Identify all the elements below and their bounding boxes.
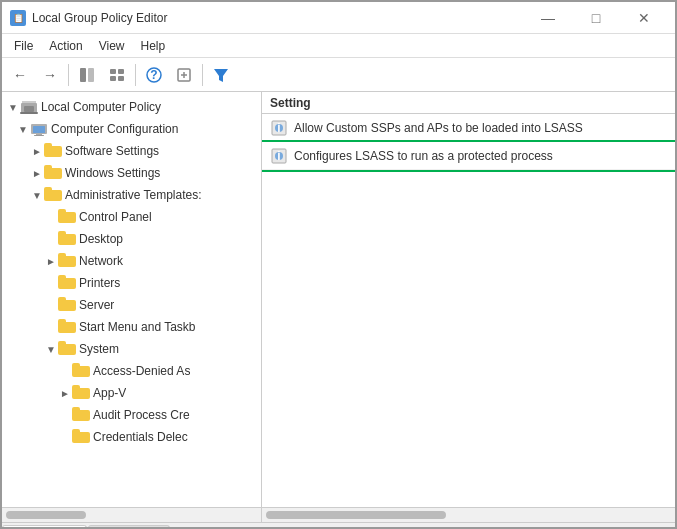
desktop-arrow [44, 234, 58, 245]
root-icon [20, 99, 38, 115]
toolbar: ← → ? [2, 58, 675, 92]
system-label: System [79, 342, 119, 356]
toolbar-separator-3 [202, 64, 203, 86]
svg-rect-1 [88, 68, 94, 82]
printers-label: Printers [79, 276, 120, 290]
tree-item-network[interactable]: ► Network [2, 250, 261, 272]
audit-process-label: Audit Process Cre [93, 408, 190, 422]
policy-list: i Allow Custom SSPs and APs to be loaded… [262, 114, 675, 507]
root-arrow: ▼ [6, 102, 20, 113]
menu-view[interactable]: View [91, 37, 133, 55]
tree-item-app-v[interactable]: ► App-V [2, 382, 261, 404]
help-button[interactable]: ? [140, 61, 168, 89]
network-label: Network [79, 254, 123, 268]
policy-icon-2: i [270, 147, 288, 165]
right-horizontal-scrollbar[interactable] [262, 508, 675, 522]
control-panel-arrow [44, 212, 58, 223]
audit-process-icon [72, 407, 90, 423]
policy-label-2: Configures LSASS to run as a protected p… [294, 149, 553, 163]
svg-rect-3 [118, 69, 124, 74]
policy-item-1[interactable]: i Allow Custom SSPs and APs to be loaded… [262, 114, 675, 142]
control-panel-label: Control Panel [79, 210, 152, 224]
right-pane: Setting i Allow Custom SSPs and APs to b… [262, 92, 675, 507]
toolbar-separator-2 [135, 64, 136, 86]
tree-pane: ▼ Local Computer Policy ▼ Computer Confi… [2, 92, 262, 507]
bottom-tabs: Extended Standard [2, 522, 675, 529]
svg-marker-11 [214, 69, 228, 82]
right-pane-header: Setting [262, 92, 675, 114]
tree-item-admin-templates[interactable]: ▼ Administrative Templates: [2, 184, 261, 206]
right-scroll-thumb [266, 511, 446, 519]
admin-templates-label: Administrative Templates: [65, 188, 202, 202]
view-button[interactable] [103, 61, 131, 89]
system-icon [58, 341, 76, 357]
show-hide-button[interactable] [73, 61, 101, 89]
tree-item-credentials[interactable]: Credentials Delec [2, 426, 261, 448]
tree-item-windows-settings[interactable]: ► Windows Settings [2, 162, 261, 184]
credentials-label: Credentials Delec [93, 430, 188, 444]
startmenu-icon [58, 319, 76, 335]
computer-config-arrow: ▼ [16, 124, 30, 135]
filter-button[interactable] [207, 61, 235, 89]
root-label: Local Computer Policy [41, 100, 161, 114]
app-v-arrow: ► [58, 388, 72, 399]
menu-file[interactable]: File [6, 37, 41, 55]
bottom-area [2, 507, 675, 522]
window-controls: — □ ✕ [525, 2, 667, 34]
left-horizontal-scrollbar[interactable] [2, 508, 262, 522]
policy-item-2[interactable]: i Configures LSASS to run as a protected… [262, 142, 675, 170]
tree-item-audit-process[interactable]: Audit Process Cre [2, 404, 261, 426]
tree-item-control-panel[interactable]: Control Panel [2, 206, 261, 228]
tree-root[interactable]: ▼ Local Computer Policy [2, 96, 261, 118]
tree-item-server[interactable]: Server [2, 294, 261, 316]
startmenu-label: Start Menu and Taskb [79, 320, 196, 334]
main-layout: ▼ Local Computer Policy ▼ Computer Confi… [2, 92, 675, 507]
svg-rect-14 [22, 101, 36, 103]
app-v-icon [72, 385, 90, 401]
windows-settings-icon [44, 165, 62, 181]
access-denied-label: Access-Denied As [93, 364, 190, 378]
export-button[interactable] [170, 61, 198, 89]
tree-item-printers[interactable]: Printers [2, 272, 261, 294]
tree-item-desktop[interactable]: Desktop [2, 228, 261, 250]
forward-button[interactable]: → [36, 61, 64, 89]
app-icon: 📋 [10, 10, 26, 26]
tree-item-software-settings[interactable]: ► Software Settings [2, 140, 261, 162]
svg-text:i: i [277, 121, 280, 135]
access-denied-icon [72, 363, 90, 379]
toolbar-separator-1 [68, 64, 69, 86]
menu-help[interactable]: Help [133, 37, 174, 55]
audit-process-arrow [58, 410, 72, 421]
tree-item-system[interactable]: ▼ System [2, 338, 261, 360]
windows-settings-label: Windows Settings [65, 166, 160, 180]
network-arrow: ► [44, 256, 58, 267]
window-title: Local Group Policy Editor [32, 11, 167, 25]
tree-item-startmenu[interactable]: Start Menu and Taskb [2, 316, 261, 338]
svg-text:?: ? [150, 68, 157, 82]
svg-rect-19 [34, 135, 44, 136]
close-button[interactable]: ✕ [621, 2, 667, 34]
back-button[interactable]: ← [6, 61, 34, 89]
policy-label-1: Allow Custom SSPs and APs to be loaded i… [294, 121, 583, 135]
server-icon [58, 297, 76, 313]
svg-rect-17 [33, 126, 45, 133]
tab-extended[interactable]: Extended [2, 525, 87, 529]
admin-templates-arrow: ▼ [30, 190, 44, 201]
tree-item-computer-config[interactable]: ▼ Computer Configuration [2, 118, 261, 140]
svg-rect-5 [118, 76, 124, 81]
credentials-icon [72, 429, 90, 445]
desktop-label: Desktop [79, 232, 123, 246]
svg-rect-0 [80, 68, 86, 82]
software-settings-arrow: ► [30, 146, 44, 157]
app-v-label: App-V [93, 386, 126, 400]
access-denied-arrow [58, 366, 72, 377]
server-label: Server [79, 298, 114, 312]
tab-standard[interactable]: Standard [88, 525, 171, 529]
software-settings-label: Software Settings [65, 144, 159, 158]
minimize-button[interactable]: — [525, 2, 571, 34]
menu-action[interactable]: Action [41, 37, 90, 55]
computer-config-label: Computer Configuration [51, 122, 178, 136]
tree-item-access-denied[interactable]: Access-Denied As [2, 360, 261, 382]
maximize-button[interactable]: □ [573, 2, 619, 34]
credentials-arrow [58, 432, 72, 443]
